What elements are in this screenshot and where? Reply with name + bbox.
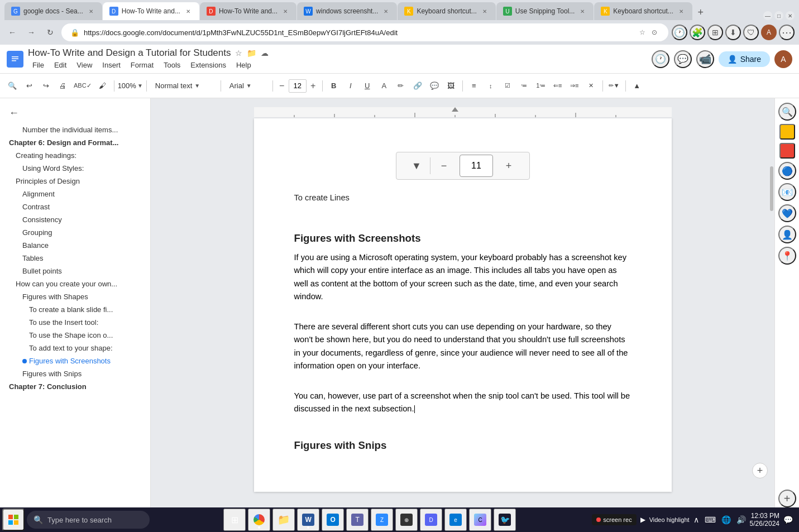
taskbar-search[interactable]: 🔍 Type here to search [27,511,150,529]
tab-google-docs[interactable]: G google docs - Sea... ✕ [4,2,102,20]
ext-blue-arrow-btn[interactable]: 💙 [778,204,796,222]
address-input[interactable]: 🔒 https://docs.google.com/document/d/1pM… [61,23,668,41]
tab-windows-screenshot[interactable]: W windows screensht... ✕ [297,2,397,20]
sidebar-item-number-items[interactable]: Number the individual items... [0,123,150,136]
folder-icon[interactable]: 📁 [247,49,256,57]
image-btn[interactable]: 🖼 [443,78,459,94]
start-button[interactable] [2,509,25,531]
share-button[interactable]: 👤 Share [719,51,770,67]
style-dropdown[interactable]: Normal text ▼ [150,78,217,94]
menu-tools[interactable]: Tools [159,60,185,70]
sidebar-item-figures-screenshots[interactable]: Figures with Screenshots [0,354,150,367]
menu-insert[interactable]: Insert [98,60,125,70]
add-page-button[interactable]: + [752,463,768,478]
link-btn[interactable]: 🔗 [410,78,425,94]
taskbar-app-1[interactable]: ⊕ [395,509,418,531]
version-history-icon[interactable]: 🕐 [652,50,669,68]
sidebar-item-chapter7[interactable]: Chapter 7: Conclusion [0,380,150,393]
taskbar-explorer-btn[interactable]: 📁 [272,509,295,531]
ext-yellow-btn[interactable] [779,124,795,140]
align-btn[interactable]: ≡ [466,78,482,94]
line-spacing-btn[interactable]: ↕ [483,78,499,94]
sidebar-back-btn[interactable]: ← [0,103,150,123]
highlight-btn[interactable]: ✏ [393,78,409,94]
clear-formatting-btn[interactable]: ✕ [583,78,599,94]
forward-button[interactable]: → [23,25,39,40]
print-btn[interactable]: 🖨 [55,78,70,94]
sidebar-item-consistency[interactable]: Consistency [0,213,150,226]
text-color-btn[interactable]: A [376,78,392,94]
bullet-list-btn[interactable]: ≔ [516,78,532,94]
menu-format[interactable]: Format [126,60,158,70]
sidebar-item-contrast[interactable]: Contrast [0,200,150,213]
maximize-button[interactable]: □ [774,11,783,20]
underline-btn[interactable]: U [360,78,375,94]
doc-area[interactable]: ▼ − 11 + To create Lines Figures with Sc… [151,98,774,512]
tab-keyboard-shortcut-2[interactable]: K Keyboard shortcut... ✕ [594,2,692,20]
menu-file[interactable]: File [28,60,49,70]
taskbar-time[interactable]: 12:03 PM 5/26/2024 [750,512,779,528]
tab-close-5[interactable]: ✕ [480,7,489,16]
menu-edit[interactable]: Edit [50,60,71,70]
spellcheck-btn[interactable]: ABC✓ [71,78,94,94]
tab-how-to-write[interactable]: D How-To Write and... ✕ [103,2,199,20]
taskbar-word-btn[interactable]: W [297,509,319,531]
keyboard-icon[interactable]: ⌨ [703,515,717,524]
ext-blue-circle-btn[interactable]: 🔵 [778,162,796,180]
ext-person-btn[interactable]: 👤 [778,226,796,243]
taskbar-discord-btn[interactable]: D [420,509,442,531]
tab-close-3[interactable]: ✕ [281,7,290,16]
sidebar-item-tables[interactable]: Tables [0,252,150,265]
sidebar-item-word-styles[interactable]: Using Word Styles: [0,162,150,175]
tune-icon[interactable]: ⊙ [649,27,659,37]
taskbar-edge-btn[interactable]: e [444,509,467,531]
user-avatar[interactable]: A [774,50,792,68]
font-size-input[interactable] [289,79,307,93]
screen-rec-btn[interactable]: screen rec [592,514,636,525]
tab-close-6[interactable]: ✕ [578,7,587,16]
editing-mode-btn[interactable]: ✏▼ [606,78,622,94]
sidebar-item-insert-tool[interactable]: To use the Insert tool: [0,316,150,329]
taskbar-canva-btn[interactable]: C [469,509,491,531]
sidebar-item-alignment[interactable]: Alignment [0,188,150,200]
page-nav-prev[interactable]: − [430,155,457,177]
paint-format-btn[interactable]: 🖌 [95,78,111,94]
search-toolbar-btn[interactable]: 🔍 [4,78,20,94]
sidebar-item-figures-shapes[interactable]: Figures with Shapes [0,290,150,303]
reload-button[interactable]: ↻ [42,25,58,40]
ext-red-btn[interactable] [779,143,795,159]
tab-close-1[interactable]: ✕ [87,7,95,16]
network-icon[interactable]: 🌐 [720,515,733,524]
ext-search-btn[interactable]: 🔍 [778,103,796,121]
menu-view[interactable]: View [72,60,97,70]
bold-btn[interactable]: B [326,78,342,94]
vertical-scrollbar[interactable] [769,98,774,512]
menu-extensions[interactable]: Extensions [186,60,231,70]
volume-icon[interactable]: 🔊 [735,515,748,524]
zoom-control[interactable]: 100% ▼ [118,82,143,90]
menu-help[interactable]: Help [232,60,256,70]
page-nav-dropdown[interactable]: ▼ [403,155,430,177]
sidebar-item-creating-headings[interactable]: Creating headings: [0,149,150,162]
checklist-btn[interactable]: ☑ [500,78,515,94]
numbered-list-btn[interactable]: 1≔ [533,78,549,94]
notification-icon[interactable]: 💬 [782,515,795,524]
taskbar-zoom-btn[interactable]: Z [371,509,393,531]
new-tab-button[interactable]: + [693,4,709,20]
tray-up-icon[interactable]: ∧ [692,515,701,524]
sidebar-item-create-own[interactable]: How can you create your own... [0,277,150,290]
star-icon[interactable]: ☆ [637,27,647,37]
split-screen-icon[interactable]: ⊞ [707,25,723,40]
back-button[interactable]: ← [4,25,20,40]
meet-icon[interactable]: 📹 [696,50,714,68]
document-page[interactable]: ▼ − 11 + To create Lines Figures with Sc… [254,118,672,492]
taskbar-teams-btn[interactable]: T [346,509,369,531]
comments-icon[interactable]: 💬 [674,50,692,68]
font-dropdown[interactable]: Arial ▼ [224,78,269,94]
minimize-button[interactable]: — [763,11,772,20]
sidebar-item-bullet-points[interactable]: Bullet points [0,265,150,277]
taskbar-app-2[interactable]: 🐦 [494,509,516,531]
tab-keyboard-shortcut-1[interactable]: K Keyboard shortcut... ✕ [398,2,495,20]
tab-how-to-write-2[interactable]: D How-To Write and... ✕ [200,2,296,20]
sidebar-item-blank-slide[interactable]: To create a blank slide fi... [0,303,150,316]
